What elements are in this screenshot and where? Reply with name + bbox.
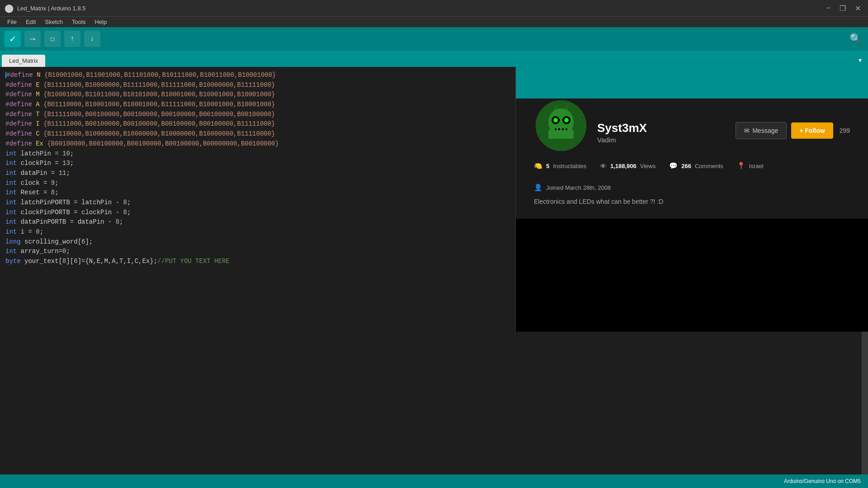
- joined-icon: 👤: [534, 183, 542, 192]
- bottom-black: [516, 219, 868, 332]
- svg-rect-10: [564, 128, 566, 130]
- message-button[interactable]: ✉ Message: [736, 122, 787, 139]
- toolbar: ✓ → ☐ ↑ ↓ 🔍: [0, 27, 868, 51]
- window-controls: − ❐ ✕: [824, 3, 863, 14]
- menu-help[interactable]: Help: [90, 18, 111, 26]
- comments-label: Comments: [695, 163, 723, 169]
- joined-label: Joined March 28th, 2008: [546, 184, 611, 191]
- profile-name: Syst3mX: [597, 121, 726, 135]
- instructables-icon: 🍋: [534, 162, 542, 170]
- comments-count: 266: [681, 163, 691, 169]
- svg-point-5: [553, 118, 558, 122]
- message-icon: ✉: [744, 127, 750, 134]
- comments-icon: 💬: [669, 162, 678, 170]
- location-icon: 📍: [737, 162, 745, 170]
- window-title: Led_Matrix | Arduino 1.8.5: [17, 5, 824, 12]
- arduino-icon: ⬤: [5, 3, 14, 13]
- open-button[interactable]: ↑: [64, 31, 80, 47]
- minimize-button[interactable]: −: [824, 3, 833, 14]
- stat-location: 📍 Israel: [737, 162, 764, 170]
- search-icon[interactable]: 🔍: [847, 31, 863, 47]
- tab-led-matrix[interactable]: Led_Matrix: [2, 55, 45, 67]
- location-label: Israel: [749, 163, 764, 169]
- profile-bio: Electronics and LEDs what can be better …: [534, 198, 850, 205]
- tab-label: Led_Matrix: [9, 57, 38, 64]
- message-label: Message: [752, 127, 778, 134]
- profile-content: Syst3mX Vadim ✉ Message + Follow 299: [516, 99, 868, 219]
- maximize-button[interactable]: ❐: [837, 3, 849, 14]
- profile-actions: ✉ Message + Follow 299: [736, 122, 850, 139]
- views-count: 1,188,906: [610, 163, 637, 169]
- menu-tools[interactable]: Tools: [67, 18, 90, 26]
- close-button[interactable]: ✕: [852, 3, 863, 14]
- board-status: Arduino/Genuino Uno on COM5: [784, 478, 861, 484]
- save-button[interactable]: ↓: [84, 31, 100, 47]
- menu-edit[interactable]: Edit: [21, 18, 40, 26]
- tab-bar: Led_Matrix ▾: [0, 51, 868, 67]
- upload-button[interactable]: →: [24, 31, 41, 47]
- menu-bar: File Edit Sketch Tools Help: [0, 16, 868, 27]
- avatar-image: [536, 100, 586, 151]
- views-icon: 👁: [600, 162, 607, 170]
- tab-dropdown-button[interactable]: ▾: [854, 53, 866, 67]
- profile-stats: 🍋 5 Instructables 👁 1,188,906 Views 💬 26…: [534, 162, 850, 192]
- status-bar: Arduino/Genuino Uno on COM5: [0, 474, 868, 488]
- main-content: #define N {B10001000,B11001000,B11101000…: [0, 67, 868, 474]
- follow-label: + Follow: [799, 127, 825, 134]
- svg-rect-9: [560, 128, 562, 130]
- menu-file[interactable]: File: [3, 18, 21, 26]
- stat-comments: 💬 266 Comments: [669, 162, 723, 170]
- svg-point-14: [565, 106, 568, 109]
- menu-sketch[interactable]: Sketch: [40, 18, 67, 26]
- svg-rect-8: [557, 128, 558, 130]
- follow-button[interactable]: + Follow: [791, 122, 833, 139]
- instructables-label: Instructables: [553, 163, 586, 169]
- new-button[interactable]: ☐: [44, 31, 61, 47]
- stat-instructables: 🍋 5 Instructables: [534, 162, 586, 170]
- instructables-count: 5: [546, 163, 549, 169]
- verify-button[interactable]: ✓: [5, 31, 21, 47]
- views-label: Views: [640, 163, 656, 169]
- svg-point-6: [564, 118, 569, 122]
- followers-count: 299: [840, 127, 850, 134]
- stat-joined: 👤 Joined March 28th, 2008: [534, 183, 611, 192]
- title-bar: ⬤ Led_Matrix | Arduino 1.8.5 − ❐ ✕: [0, 0, 868, 16]
- svg-rect-2: [548, 130, 574, 139]
- profile-subtitle: Vadim: [597, 136, 726, 144]
- stat-views: 👁 1,188,906 Views: [600, 162, 656, 170]
- profile-panel: Syst3mX Vadim ✉ Message + Follow 299: [515, 67, 868, 332]
- svg-point-12: [554, 106, 557, 109]
- avatar: [534, 99, 588, 153]
